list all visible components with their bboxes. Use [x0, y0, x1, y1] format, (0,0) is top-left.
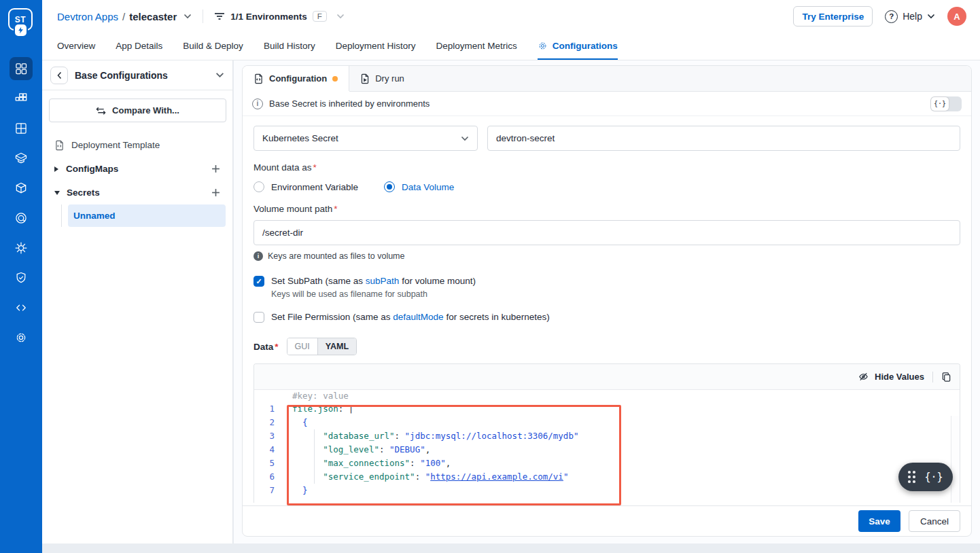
user-avatar[interactable]: A [947, 7, 966, 26]
releases-icon[interactable] [10, 236, 33, 260]
mode-gui-button[interactable]: GUI [287, 338, 317, 355]
editor-body[interactable]: #key: value 1file.json: |2 {3 "database_… [254, 390, 960, 503]
resource-browser-icon[interactable] [10, 207, 33, 230]
cancel-button[interactable]: Cancel [909, 510, 960, 532]
inheritance-banner-text: Base Secret is inherited by environments [269, 99, 430, 109]
editor-toolbar: Hide Values [254, 364, 960, 390]
inheritance-banner: i Base Secret is inherited by environmen… [243, 92, 971, 116]
config-tree: Deployment Template ConfigMaps Secrets U… [42, 126, 232, 227]
code-line[interactable]: 7 } [254, 484, 960, 497]
mode-yaml-button[interactable]: YAML [317, 338, 356, 355]
code-line[interactable]: 5 "max_connections": "100", [254, 457, 960, 470]
subpath-doc-link[interactable]: subPath [366, 276, 400, 286]
secret-name-input[interactable]: devtron-secret [487, 126, 960, 151]
help-menu[interactable]: ? Help [885, 10, 935, 23]
toolbar-divider [932, 372, 933, 382]
indent-guide [314, 429, 315, 484]
line-number: 7 [254, 484, 284, 497]
compare-with-button[interactable]: Compare With... [49, 99, 226, 122]
tab-app-details[interactable]: App Details [116, 33, 162, 60]
application-groups-icon[interactable] [10, 117, 33, 140]
applications-icon[interactable] [10, 57, 33, 80]
global-config-gear-icon[interactable] [10, 326, 33, 349]
file-code-icon [253, 73, 264, 84]
code-line[interactable]: 4 "log_level": "DEBUG", [254, 443, 960, 457]
configuration-card: Configuration Dry run i Base Secret is i… [242, 65, 972, 537]
code-text: { [284, 416, 308, 429]
select-chevron-icon [461, 136, 469, 141]
volume-mount-path-label: Volume mount path* [253, 204, 960, 214]
back-button[interactable] [50, 67, 68, 84]
scope-chevron-down-icon[interactable] [215, 72, 224, 78]
tab-build-history[interactable]: Build History [264, 33, 315, 60]
radio-environment-variable[interactable]: Environment Variable [253, 181, 358, 192]
tab-deployment-metrics[interactable]: Deployment Metrics [436, 33, 517, 60]
config-sidebar-header: Base Configurations [42, 60, 232, 90]
subpath-checkbox[interactable]: ✓ [253, 276, 264, 287]
subpath-label: Set SubPath (same as subPath for volume … [271, 275, 476, 287]
tab-configuration[interactable]: Configuration [243, 66, 349, 91]
subpath-option: ✓ Set SubPath (same as subPath for volum… [253, 275, 960, 299]
defaultmode-doc-link[interactable]: defaultMode [393, 312, 443, 322]
code-text: "database_url": "jdbc:mysql://localhost:… [284, 429, 578, 443]
code-braces-icon: {·} [924, 471, 943, 483]
code-icon[interactable] [10, 296, 33, 319]
data-label: Data* [253, 342, 279, 352]
config-sidebar: Base Configurations Compare With... Depl… [42, 60, 233, 543]
add-configmap-icon[interactable] [211, 164, 220, 173]
app-rail: ST [0, 0, 42, 553]
sidebar-item-unnamed-secret[interactable]: Unnamed [68, 204, 226, 227]
code-text: "log_level": "DEBUG", [284, 443, 430, 457]
secrets-children: Unnamed [61, 204, 226, 227]
volume-mount-path-input[interactable]: /secret-dir [253, 220, 960, 245]
packages-icon[interactable] [10, 177, 33, 200]
tab-overview[interactable]: Overview [57, 33, 95, 60]
info-icon: i [252, 99, 263, 109]
drag-handle-icon[interactable] [908, 471, 915, 483]
tab-dry-run[interactable]: Dry run [349, 66, 415, 91]
tab-build-deploy[interactable]: Build & Deploy [183, 33, 243, 60]
config-tab-bar: Configuration Dry run [243, 66, 971, 92]
gear-icon [538, 41, 548, 51]
environment-count-label: 1/1 Environments [230, 12, 307, 22]
code-line[interactable]: 3 "database_url": "jdbc:mysql://localhos… [254, 429, 960, 443]
code-braces-icon: {·} [931, 97, 949, 111]
environment-shortcut-badge: F [313, 11, 327, 22]
jobs-icon[interactable] [10, 87, 33, 110]
code-line[interactable]: 2 { [254, 416, 960, 429]
breadcrumb-devtron-apps[interactable]: Devtron Apps [57, 11, 118, 22]
tab-configurations[interactable]: Configurations [538, 33, 618, 60]
environment-chevron-icon [336, 14, 345, 19]
app-switcher-chevron-icon[interactable] [183, 14, 192, 19]
environment-selector[interactable]: 1/1 Environments F [214, 11, 345, 22]
file-permission-checkbox[interactable] [253, 312, 264, 323]
try-enterprise-button[interactable]: Try Enterprise [793, 6, 873, 26]
copy-icon[interactable] [941, 372, 951, 382]
unsaved-changes-dot [332, 76, 338, 82]
dry-run-icon [360, 73, 370, 84]
floating-code-widget[interactable]: {·} [898, 463, 953, 491]
sidebar-group-secrets[interactable]: Secrets [49, 181, 226, 204]
code-text: file.json: | [284, 402, 353, 416]
devtron-logo[interactable]: ST [8, 8, 34, 42]
code-line[interactable]: 1file.json: | [254, 402, 960, 416]
hide-values-button[interactable]: Hide Values [858, 372, 924, 382]
security-icon[interactable] [10, 266, 33, 289]
radio-data-volume[interactable]: Data Volume [384, 181, 454, 192]
add-secret-icon[interactable] [211, 188, 220, 197]
code-view-toggle[interactable]: {·} [930, 96, 962, 111]
app-nav-tabs: Overview App Details Build & Deploy Buil… [42, 33, 980, 60]
breadcrumb-app-name: telecaster [129, 11, 177, 22]
help-label: Help [903, 11, 922, 22]
secret-type-select[interactable]: Kubernetes Secret [253, 126, 478, 151]
breadcrumb: Devtron Apps / telecaster [57, 11, 192, 22]
volume-mount-hint: i Keys are mounted as files to volume [253, 251, 960, 261]
code-line[interactable]: 6 "service_endpoint": "https://api.examp… [254, 470, 960, 484]
chart-store-icon[interactable] [10, 147, 33, 170]
tab-deployment-history[interactable]: Deployment History [336, 33, 416, 60]
save-button[interactable]: Save [858, 510, 900, 532]
editor-minimap[interactable] [951, 416, 960, 503]
sidebar-item-deployment-template[interactable]: Deployment Template [49, 133, 226, 157]
sidebar-group-configmaps[interactable]: ConfigMaps [49, 157, 226, 181]
mount-data-label: Mount data as* [253, 162, 960, 173]
